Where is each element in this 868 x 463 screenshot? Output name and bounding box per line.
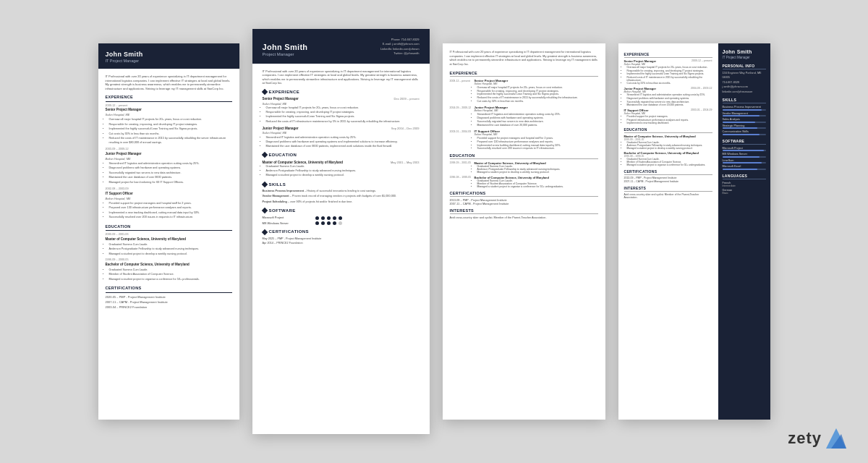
card4-edu-2: Bachelor of Computer Science, University… [624,151,712,166]
card2-edu-1: Master of Computer Science, University o… [263,161,420,178]
card4-skill4-bar-fill [723,127,757,129]
card4-sw3-bar-bg [723,162,766,163]
card4-interests-text: Avid cross-country skier and cyclist. Me… [624,193,712,199]
card4-sw3-bar-fill [723,162,762,163]
list-item: Responsible for creating, improving, and… [477,90,578,93]
card4-skill1-bar-fill [723,109,762,111]
list-item: Responsible for creating, improving, and… [266,111,420,114]
card2-sw-2: MS Windows Server [263,221,420,226]
card2-skill-ps: Project Scheduling – over 90% of project… [263,200,420,204]
list-item: Prepared over 130 infrastructure perform… [477,140,561,143]
list-item: Diagnosed problems with hardware and ope… [627,97,712,100]
card2-sw-1: Microsoft Project [263,216,420,220]
card4-skills-heading: Skills [723,98,766,103]
list-item: Managed a student project to develop a w… [627,147,712,150]
card3-job3-bullets: Provided support for project managers an… [477,137,561,150]
card1-job3-title: IT Support Officer [106,192,232,197]
card4-lang-1: French Intermediate [723,182,766,187]
card1-cert-3: 2003-04 – PRINCE2 Foundation [106,305,232,310]
list-item: Provided support for project managers an… [477,137,561,140]
list-item: Implemented the highly successful Lean T… [477,93,578,95]
card2-cert-1: May 2025 – PMP - Project Management Inst… [263,237,420,241]
card4-skill-5: Communication Skills [723,130,766,135]
dot [339,216,342,220]
card4-languages-heading: Languages [723,174,766,179]
list-item: Diagnosed problems with hardware and ope… [477,116,561,119]
card4-email: j.smith@johnsm.com [723,85,766,89]
resume-card-3: IT Professional with over 20 years of ex… [443,43,605,420]
card3-job2-date: 2004-09 – 2009-12 [450,106,472,127]
list-item: Reduced the costs of IT infrastructure m… [266,120,420,124]
list-item: Managed project for loan brokering for 6… [109,181,232,185]
card1-header: John Smith IT Project Manager [98,43,239,69]
card4-sw4-bar-bg [723,169,766,170]
dot [321,221,325,225]
card4-skill2-bar-fill [723,115,760,116]
card3-job1-date: 2009-12 – present [450,79,472,103]
card1-job-3: 2002-08 – 2003-09 IT Support Officer Bel… [106,187,232,220]
card4-skill-1: Business Process Improvement [723,106,766,111]
card3-interests-heading: Interests [450,208,598,214]
card2-intro: IT Professional with over 20 years of ex… [263,69,420,85]
card4-sw4-bar-fill [723,169,757,170]
card2-job-2: Junior Project Manager Sep 2004 – Dec 20… [263,127,420,148]
card1-edu1-degree: Master of Computer Science, University o… [106,237,232,242]
card4-experience-heading: Experience [624,52,712,58]
card4-address: 134 Engineer Way Portland, ME 04035 [723,72,766,80]
card2-header: John Smith Project Manager Phone: 714-66… [252,29,430,64]
card4-skill4-bar-bg [723,127,766,129]
resume-card-4: Experience Senior Project Manager 2009-1… [618,43,770,420]
card4-main: Experience Senior Project Manager 2009-1… [618,43,718,420]
card4-sw-1: Microsoft Project [723,147,766,152]
card3-edu2-bullets: Graduated Summa Cum Laude. Member of Stu… [475,179,563,188]
card4-skill1-bar-bg [723,109,766,111]
zety-icon [826,428,846,449]
card3-cert-1: 2013-09 – PMP - Project Management Insti… [450,199,598,202]
card2-edu1-date: May 2001 – May 2003 [391,161,420,165]
card1-edu1-bullets: Graduated Summa Cum Laude. Anderson Post… [109,243,232,257]
list-item: Implemented the highly successful Lean T… [109,127,232,132]
zety-label: zety [788,429,822,448]
card2-cert-2: Apr 2014 – PRINCE2 Foundation [263,242,420,245]
card3-job-2: 2004-09 – 2009-12 Junior Project Manager… [450,106,598,127]
card4-sw-2: MS Windows Server [723,153,766,158]
card4-sw-4: Microsoft Excel [723,165,766,170]
card2-title: Project Manager [263,52,308,56]
card4-skill-4: Strategic Planning [723,124,766,129]
dot [333,221,336,225]
list-item: Managed a student project to develop a w… [109,252,232,257]
list-item: Reduced the costs of IT maintenance in 2… [109,137,232,145]
card3-edu1-right: Master of Computer Science, University o… [475,161,561,174]
card1-cert-2: 2007-11 – CAPM - Project Management Inst… [106,300,232,305]
card4-skill3-bar-fill [723,122,755,123]
list-item: Managed a student project to develop a w… [266,174,420,177]
card3-edu-2: 1996-08 – 1999-05 Bachelor of Computer S… [450,176,598,188]
list-item: Oversaw all major hospital IT projects f… [109,118,232,122]
card4-personal-info-heading: Personal Info [723,64,766,69]
card2-skill-vm: Vendor Management – Proven track record … [263,195,420,198]
card4-education-heading: Education [624,127,712,133]
card3-experience-heading: Experience [450,71,598,77]
card4-sw1-bar-fill [723,150,764,151]
card2-job2-bullets: Streamlined IT logistics and administrat… [266,136,420,149]
card3-job3-right: IT Support Officer Solon Hospital, ME Pr… [475,129,561,150]
card2-edu1-bullets: Graduated Summa Cum Laude. Anderson Post… [266,165,420,178]
card4-linkedin: linkedin.com/johnsmuser [723,90,766,94]
list-item: Anderson Postgraduate Fellowship to stud… [266,169,420,173]
card4-job-1: Senior Project Manager 2009-12 – present… [624,59,712,85]
list-item: Prepared infrastructure performance anal… [627,119,712,122]
list-item: Cut costs by 32% in less than six months… [477,100,578,103]
list-item: Graduated Summa Cum Laude. [109,268,232,273]
card4-skill-3: Sales Analysis [723,118,766,123]
resume-card-2: John Smith Project Manager Phone: 714-66… [252,29,430,434]
list-item: Member of Student Association of Compute… [109,273,232,277]
card3-job3-date: 2003-01 – 2004-09 [450,129,472,150]
list-item: Streamlined IT logistics and administrat… [627,93,712,96]
card3-job1-bullets: Oversaw all major hospital IT projects f… [477,86,578,103]
card4-software-heading: Software [723,139,766,145]
card3-certs-heading: Certifications [450,191,598,197]
card4-sw-3: LimeSum [723,159,766,164]
diamond-icon [261,208,267,213]
card1-job1-title: Senior Project Manager [106,108,232,113]
card2-job1-title: Senior Project Manager [263,97,299,101]
